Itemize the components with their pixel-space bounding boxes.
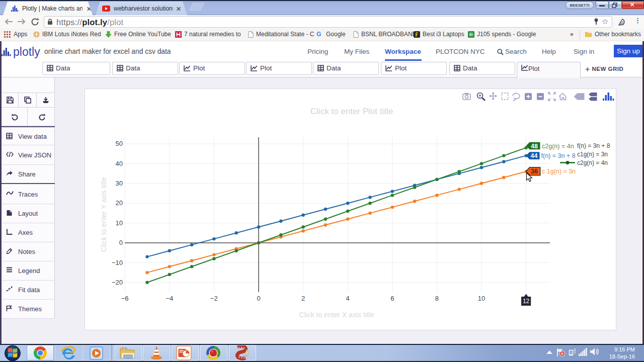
svg-text:c2g(n) = 4n: c2g(n) = 4n [542, 143, 574, 150]
svg-text:48: 48 [531, 143, 538, 150]
svg-text:44: 44 [531, 152, 538, 159]
svg-text:−4: −4 [166, 295, 173, 302]
svg-text:−6: −6 [121, 295, 129, 302]
svg-text:6: 6 [390, 295, 394, 302]
svg-text:−20: −20 [112, 279, 123, 286]
svg-text:30: 30 [116, 179, 123, 187]
svg-text:0: 0 [257, 295, 260, 302]
svg-text:Click to enter Y axis title: Click to enter Y axis title [100, 177, 108, 252]
svg-text:f(n) = 3n + 8: f(n) = 3n + 8 [577, 142, 610, 149]
svg-text:10: 10 [478, 295, 485, 302]
svg-text:Click to enter X axis title: Click to enter X axis title [299, 311, 374, 319]
svg-text:c 1g(n) = 3n: c 1g(n) = 3n [542, 168, 576, 175]
svg-text:4: 4 [346, 295, 350, 302]
svg-text:36: 36 [531, 168, 538, 175]
svg-text:8: 8 [435, 295, 439, 302]
svg-text:f(n) = 3n + 8: f(n) = 3n + 8 [541, 152, 576, 159]
svg-text:−10: −10 [112, 259, 123, 266]
svg-text:0: 0 [119, 239, 123, 246]
svg-text:Click to enter Plot title: Click to enter Plot title [310, 107, 393, 116]
svg-text:50: 50 [116, 140, 123, 147]
svg-text:12: 12 [523, 298, 530, 305]
svg-text:−2: −2 [210, 295, 218, 302]
svg-text:20: 20 [116, 199, 123, 207]
svg-text:40: 40 [116, 160, 123, 167]
svg-text:c1g(n) = 3n: c1g(n) = 3n [577, 151, 608, 158]
svg-text:10: 10 [116, 219, 123, 227]
svg-text:2: 2 [301, 295, 305, 302]
svg-text:c2g(n) = 4n: c2g(n) = 4n [577, 159, 608, 166]
